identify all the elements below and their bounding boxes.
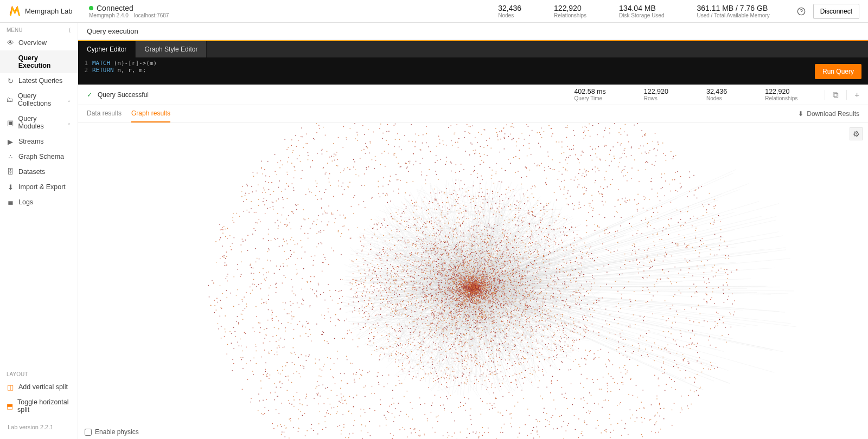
- help-icon[interactable]: [797, 7, 806, 16]
- graph-view[interactable]: ⚙ Enable physics: [78, 123, 868, 439]
- graph-settings-icon[interactable]: ⚙: [850, 127, 863, 140]
- top-stats: 32,436Nodes 122,920Relationships 134.04 …: [498, 4, 769, 18]
- collapse-sidebar-icon[interactable]: ⦗: [68, 27, 71, 33]
- sidebar-item-datasets[interactable]: 🗄Datasets: [0, 164, 78, 179]
- stat-disk: 134.04 MBDisk Storage Used: [619, 4, 664, 18]
- sidebar-item-label: Datasets: [18, 168, 45, 176]
- tab-cypher-editor[interactable]: Cypher Editor: [78, 41, 136, 57]
- history-icon: ↻: [7, 77, 14, 85]
- disconnect-button[interactable]: Disconnect: [813, 4, 859, 19]
- sidebar-item-query-collections[interactable]: 🗂Query Collections⌄: [0, 88, 78, 111]
- sidebar-item-label: Query Modules: [18, 115, 62, 130]
- sidebar-item-query-execution[interactable]: Query Execution: [0, 50, 78, 73]
- metric-query-time: 402.58 msQuery Time: [574, 88, 605, 101]
- sidebar-item-query-modules[interactable]: ▣Query Modules⌄: [0, 111, 78, 134]
- tab-graph-results[interactable]: Graph results: [131, 105, 170, 122]
- status-text: Connected: [97, 4, 133, 12]
- layout-item-label: Toggle horizontal split: [17, 398, 71, 414]
- chevron-down-icon: ⌄: [67, 97, 71, 103]
- layout-item-add-vertical-split[interactable]: ◫Add vertical split: [0, 379, 78, 395]
- add-icon[interactable]: +: [846, 90, 859, 100]
- sidebar-item-overview[interactable]: 👁Overview: [0, 35, 78, 50]
- dataset-icon: 🗄: [7, 168, 14, 176]
- run-query-button[interactable]: Run Query: [815, 64, 861, 79]
- tab-graph-style-editor[interactable]: Graph Style Editor: [136, 41, 207, 57]
- metric-nodes: 32,436Nodes: [706, 88, 727, 101]
- download-icon: ⬇: [798, 110, 803, 118]
- sidebar-item-label: Latest Queries: [18, 77, 62, 85]
- main-panel: Query execution Cypher Editor Graph Styl…: [78, 23, 868, 439]
- eye-icon: 👁: [7, 39, 14, 47]
- sidebar: MENU ⦗ 👁OverviewQuery Execution↻Latest Q…: [0, 23, 78, 439]
- sidebar-item-label: Query Collections: [18, 92, 62, 107]
- menu-section-label: MENU ⦗: [0, 23, 78, 35]
- sidebar-item-label: Graph Schema: [18, 153, 64, 160]
- code-icon: [7, 58, 14, 66]
- sidebar-item-label: Import & Export: [18, 183, 66, 191]
- stat-relationships: 122,920Relationships: [554, 4, 586, 18]
- download-icon: ⬇: [7, 183, 14, 191]
- enable-physics-toggle[interactable]: Enable physics: [85, 428, 139, 436]
- sidebar-item-logs[interactable]: ≣Logs: [0, 195, 78, 210]
- query-status-bar: ✓ Query Successful 402.58 msQuery Time 1…: [78, 85, 868, 105]
- sidebar-item-graph-schema[interactable]: ⛬Graph Schema: [0, 149, 78, 164]
- sidebar-item-label: Overview: [18, 39, 47, 47]
- sidebar-item-latest-queries[interactable]: ↻Latest Queries: [0, 73, 78, 88]
- lab-version: Lab version 2.2.1: [0, 421, 78, 434]
- enable-physics-checkbox[interactable]: [85, 429, 92, 436]
- connection-status: Connected Memgraph 2.4.0localhost:7687: [89, 4, 169, 18]
- sidebar-item-label: Logs: [18, 198, 33, 206]
- schema-icon: ⛬: [7, 153, 14, 160]
- download-results-button[interactable]: ⬇ Download Results: [798, 110, 859, 118]
- enable-physics-label: Enable physics: [95, 428, 139, 436]
- layout-item-toggle-horizontal-split[interactable]: ⬒Toggle horizontal split: [0, 395, 78, 417]
- result-tabs: Data results Graph results ⬇ Download Re…: [78, 105, 868, 123]
- split-v-icon: ◫: [7, 383, 14, 391]
- tab-data-results[interactable]: Data results: [87, 105, 122, 122]
- sidebar-item-import-export[interactable]: ⬇Import & Export: [0, 179, 78, 195]
- code-editor[interactable]: 12 MATCH (n)-[r]->(m) RETURN n, r, m; Ru…: [78, 57, 868, 85]
- metric-relationships: 122,920Relationships: [765, 88, 797, 101]
- db-version: Memgraph 2.4.0: [89, 12, 129, 18]
- play-icon: ▶: [7, 138, 14, 145]
- stat-memory: 361.11 MB / 7.76 GBUsed / Total Availabl…: [697, 4, 769, 18]
- copy-icon[interactable]: ⧉: [825, 90, 839, 100]
- folder-icon: 🗂: [7, 96, 14, 104]
- layout-item-label: Add vertical split: [18, 383, 68, 391]
- graph-canvas[interactable]: [78, 123, 868, 439]
- memgraph-icon: [9, 5, 21, 17]
- top-bar: Memgraph Lab Connected Memgraph 2.4.0loc…: [0, 0, 868, 23]
- query-status-text: Query Successful: [98, 91, 149, 99]
- status-dot-icon: [89, 6, 93, 10]
- chevron-down-icon: ⌄: [67, 120, 71, 126]
- editor-tabs: Cypher Editor Graph Style Editor: [78, 41, 868, 57]
- app-name: Memgraph Lab: [25, 7, 72, 15]
- metric-rows: 122,920Rows: [644, 88, 668, 101]
- app-logo: Memgraph Lab: [9, 5, 78, 17]
- sidebar-item-label: Streams: [18, 138, 44, 145]
- check-icon: ✓: [87, 91, 92, 99]
- sidebar-item-streams[interactable]: ▶Streams: [0, 134, 78, 149]
- stat-nodes: 32,436Nodes: [498, 4, 521, 18]
- sidebar-item-label: Query Execution: [18, 54, 71, 69]
- module-icon: ▣: [7, 119, 14, 126]
- layout-section-label: LAYOUT: [0, 367, 78, 379]
- db-host: localhost:7687: [134, 12, 169, 18]
- list-icon: ≣: [7, 198, 14, 206]
- split-h-icon: ⬒: [7, 402, 13, 410]
- page-title: Query execution: [78, 23, 868, 40]
